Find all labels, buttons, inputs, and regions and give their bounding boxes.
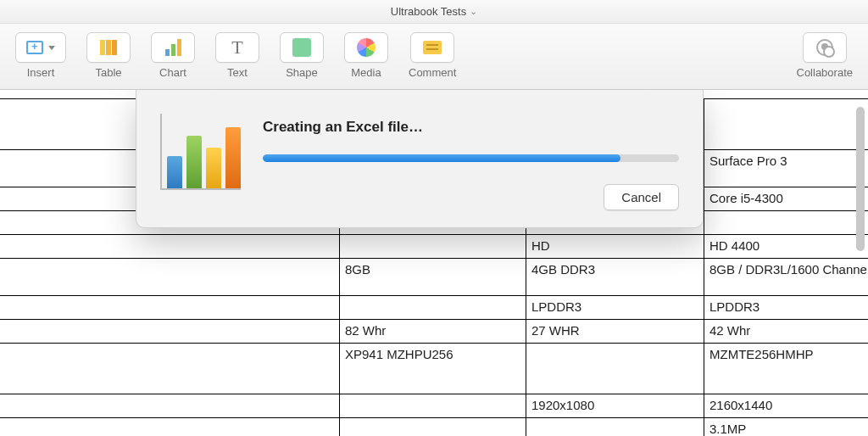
table-cell[interactable]: 8GB / DDR3L/1600 Channel xyxy=(704,259,869,296)
table-row[interactable]: 8GB4GB DDR38GB / DDR3L/1600 Channel xyxy=(0,259,868,296)
chart-button[interactable] xyxy=(151,32,195,63)
table-row[interactable]: 3.1MP xyxy=(0,418,868,437)
table-cell[interactable] xyxy=(0,320,340,344)
table-row[interactable]: LPDDR3LPDDR3 xyxy=(0,296,868,320)
toolbar: Insert Table Chart T Text Shape Media C xyxy=(0,24,868,90)
table-row[interactable]: 82 Whr27 WHR42 Whr xyxy=(0,320,868,344)
table-row[interactable]: 1920x10802160x1440 xyxy=(0,394,868,418)
table-cell[interactable]: Core i5-4300 xyxy=(704,187,869,211)
table-cell[interactable] xyxy=(0,259,340,296)
media-button[interactable] xyxy=(344,32,388,63)
table-cell[interactable] xyxy=(0,394,340,418)
toolbar-insert[interactable]: Insert xyxy=(15,32,66,79)
table-cell[interactable]: Surface Pro 3 xyxy=(704,150,869,187)
table-cell[interactable] xyxy=(526,418,704,437)
insert-icon xyxy=(26,41,43,54)
text-label: Text xyxy=(227,66,248,79)
table-icon xyxy=(100,40,117,55)
chevron-down-icon xyxy=(48,46,55,50)
table-cell[interactable]: 8GB xyxy=(340,259,526,296)
table-cell[interactable]: 3.1MP xyxy=(704,418,869,437)
table-row[interactable]: HDHD 4400 xyxy=(0,235,868,259)
table-button[interactable] xyxy=(86,32,131,63)
comment-icon xyxy=(423,41,442,54)
table-cell[interactable] xyxy=(704,211,869,235)
shape-button[interactable] xyxy=(280,32,324,63)
table-cell[interactable]: XP941 MZHPU256 xyxy=(340,344,526,394)
toolbar-comment[interactable]: Comment xyxy=(409,32,456,79)
table-cell[interactable] xyxy=(0,344,340,394)
table-cell[interactable] xyxy=(0,296,340,320)
shape-label: Shape xyxy=(286,66,318,79)
chart-icon xyxy=(165,39,181,56)
table-cell[interactable]: HD xyxy=(526,235,704,259)
export-progress-dialog: Creating an Excel file… Cancel xyxy=(136,90,704,228)
table-cell[interactable]: LPDDR3 xyxy=(704,296,869,320)
collaborate-icon xyxy=(816,39,833,56)
table-cell[interactable]: 27 WHR xyxy=(526,320,704,344)
toolbar-text[interactable]: T Text xyxy=(215,32,259,79)
chart-label: Chart xyxy=(159,66,186,79)
table-cell[interactable] xyxy=(340,296,526,320)
table-cell[interactable]: LPDDR3 xyxy=(526,296,704,320)
progress-bar xyxy=(263,154,679,162)
table-cell[interactable] xyxy=(340,394,526,418)
table-cell[interactable] xyxy=(0,235,340,259)
table-cell[interactable]: 2160x1440 xyxy=(704,394,869,418)
table-cell[interactable] xyxy=(340,418,526,437)
toolbar-chart[interactable]: Chart xyxy=(151,32,195,79)
table-cell[interactable]: 82 Whr xyxy=(340,320,526,344)
comment-label: Comment xyxy=(409,66,456,79)
title-dropdown-icon[interactable]: ⌄ xyxy=(470,6,477,17)
media-label: Media xyxy=(351,66,381,79)
collaborate-label: Collaborate xyxy=(797,66,854,79)
insert-button[interactable] xyxy=(15,32,66,63)
table-cell[interactable]: 4GB DDR3 xyxy=(526,259,704,296)
table-cell[interactable]: 1920x1080 xyxy=(526,394,704,418)
text-icon: T xyxy=(231,36,242,59)
cancel-button[interactable]: Cancel xyxy=(604,184,679,210)
table-cell[interactable]: HD 4400 xyxy=(704,235,869,259)
comment-button[interactable] xyxy=(410,32,454,63)
shape-icon xyxy=(292,38,311,57)
table-cell[interactable] xyxy=(340,235,526,259)
toolbar-shape[interactable]: Shape xyxy=(280,32,324,79)
numbers-app-icon xyxy=(160,114,241,190)
toolbar-media[interactable]: Media xyxy=(344,32,388,79)
vertical-scrollbar[interactable] xyxy=(856,107,865,251)
dialog-title: Creating an Excel file… xyxy=(263,119,679,136)
table-row[interactable]: XP941 MZHPU256MZMTE256HMHP xyxy=(0,344,868,394)
window-titlebar: Ultrabook Tests ⌄ xyxy=(0,0,868,24)
table-cell[interactable] xyxy=(526,344,704,394)
window-title: Ultrabook Tests xyxy=(391,5,466,18)
progress-fill xyxy=(263,154,620,162)
table-cell[interactable]: MZMTE256HMHP xyxy=(704,344,869,394)
spreadsheet-area[interactable]: Surface Pro 3Core i5-4300Atom X7-Z0700HD… xyxy=(0,90,868,436)
collaborate-button[interactable] xyxy=(803,32,847,63)
media-icon xyxy=(357,38,376,57)
text-button[interactable]: T xyxy=(215,32,259,63)
toolbar-table[interactable]: Table xyxy=(86,32,131,79)
toolbar-collaborate[interactable]: Collaborate xyxy=(797,32,854,79)
table-cell[interactable] xyxy=(704,99,869,150)
table-cell[interactable]: 42 Whr xyxy=(704,320,869,344)
table-cell[interactable] xyxy=(0,418,340,437)
table-label: Table xyxy=(95,66,121,79)
insert-label: Insert xyxy=(27,66,55,79)
